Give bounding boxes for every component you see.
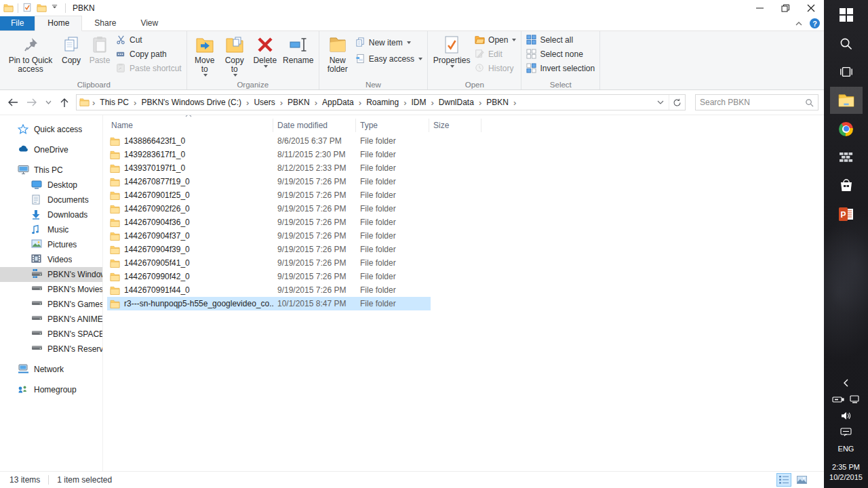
sidebar-item-homegroup[interactable]: Homegroup xyxy=(0,382,102,397)
sidebar-item-onedrive[interactable]: OneDrive xyxy=(0,142,102,157)
large-icons-view-button[interactable] xyxy=(794,473,809,487)
forward-button[interactable] xyxy=(24,95,39,110)
grid-app-taskbar-icon[interactable] xyxy=(830,144,863,171)
taskbar-search-button[interactable] xyxy=(830,30,863,57)
column-header-date-modified[interactable]: Date modified xyxy=(273,119,356,132)
sidebar-item-pbkn-s-reserved-j[interactable]: PBKN's Reserved (J: xyxy=(0,342,102,357)
search-icon[interactable] xyxy=(805,98,814,107)
restore-button[interactable] xyxy=(772,0,798,16)
file-row[interactable]: 1442670904f37_09/19/2015 7:26 PMFile fol… xyxy=(107,229,487,243)
refresh-button[interactable] xyxy=(669,95,685,110)
breadcrumb-item[interactable]: PBKN xyxy=(484,96,511,108)
breadcrumb-separator-icon[interactable]: › xyxy=(244,98,251,108)
qat-customize-dropdown[interactable] xyxy=(51,3,61,13)
tab-home[interactable]: Home xyxy=(35,16,82,31)
sidebar-item-pbkn-s-animes-f[interactable]: PBKN's ANIMES (F:) xyxy=(0,312,102,327)
new-folder-button[interactable]: New folder xyxy=(322,33,353,80)
breadcrumb-separator-icon[interactable]: › xyxy=(132,98,138,108)
show-hidden-icons-button[interactable] xyxy=(843,375,849,390)
invert-selection-button[interactable]: Invert selection xyxy=(526,62,595,75)
sidebar-item-pbkn-s-windows-dr[interactable]: PBKN's Windows Dr xyxy=(0,267,102,282)
column-header-type[interactable]: Type xyxy=(356,119,429,132)
battery-icon[interactable] xyxy=(832,392,844,407)
search-input[interactable]: Search PBKN xyxy=(695,94,818,110)
chrome-taskbar-icon[interactable] xyxy=(830,115,863,142)
rename-button[interactable]: Rename xyxy=(281,33,316,80)
file-row[interactable]: r3---sn-hunpoqp5-h55e_googlevideo_co...1… xyxy=(107,297,487,310)
file-row[interactable]: 1442670904f39_09/19/2015 7:26 PMFile fol… xyxy=(107,243,487,256)
qat-properties-button[interactable] xyxy=(22,3,33,13)
breadcrumb-item[interactable]: PBKN xyxy=(285,96,313,108)
breadcrumb-separator-icon[interactable]: › xyxy=(477,98,484,108)
file-row[interactable]: 1442670902f26_09/19/2015 7:26 PMFile fol… xyxy=(107,202,487,216)
breadcrumb-item[interactable]: Users xyxy=(251,96,277,108)
delete-button[interactable]: Delete xyxy=(250,33,281,80)
file-row[interactable]: 1442670901f25_09/19/2015 7:26 PMFile fol… xyxy=(107,188,487,202)
properties-button[interactable]: Properties xyxy=(431,33,473,80)
breadcrumb-separator-icon[interactable]: › xyxy=(429,98,436,108)
sidebar-item-desktop[interactable]: Desktop xyxy=(0,178,102,192)
column-header-size[interactable]: Size xyxy=(429,119,481,132)
sidebar-item-downloads[interactable]: Downloads xyxy=(0,207,102,222)
new-item-button[interactable]: New item xyxy=(355,37,422,49)
file-row[interactable]: 1439370197f1_08/12/2015 2:33 PMFile fold… xyxy=(107,161,487,175)
select-all-button[interactable]: Select all xyxy=(526,34,595,46)
paste-shortcut-button[interactable]: Paste shortcut xyxy=(116,62,182,75)
sidebar-item-videos[interactable]: Videos xyxy=(0,252,102,267)
file-explorer-taskbar-icon[interactable] xyxy=(830,87,863,114)
language-indicator[interactable]: ENG xyxy=(838,445,854,453)
back-button[interactable] xyxy=(5,95,20,110)
breadcrumb-separator-icon[interactable]: › xyxy=(401,98,408,108)
breadcrumb-item[interactable]: AppData xyxy=(319,96,357,108)
help-button[interactable]: ? xyxy=(810,18,820,28)
powerpoint-taskbar-icon[interactable]: P xyxy=(830,201,863,228)
minimize-button[interactable] xyxy=(747,0,772,16)
breadcrumb-item[interactable]: IDM xyxy=(409,96,429,108)
edit-button[interactable]: Edit xyxy=(475,48,516,60)
tab-view[interactable]: View xyxy=(128,16,170,30)
volume-icon[interactable] xyxy=(841,408,852,423)
touch-keyboard-icon[interactable] xyxy=(840,424,852,439)
file-row[interactable]: 1442670990f42_09/19/2015 7:26 PMFile fol… xyxy=(107,270,487,283)
address-bar[interactable]: › This PC›PBKN's Windows Drive (C:)›User… xyxy=(76,94,686,110)
breadcrumb-item[interactable]: PBKN's Windows Drive (C:) xyxy=(138,96,244,108)
pin-to-quick-access-button[interactable]: Pin to Quick access xyxy=(4,33,57,80)
clock[interactable]: 2:35 PM 10/2/2015 xyxy=(829,462,863,483)
copy-button[interactable]: Copy xyxy=(57,33,85,80)
breadcrumb-separator-icon[interactable]: › xyxy=(511,98,518,108)
sidebar-item-network[interactable]: Network xyxy=(0,362,102,377)
details-view-button[interactable] xyxy=(776,473,791,487)
sidebar-item-pbkn-s-movies-d[interactable]: PBKN's Movies (D:) xyxy=(0,282,102,297)
breadcrumb-item[interactable]: DwnlData xyxy=(436,96,477,108)
open-button[interactable]: Open xyxy=(475,34,516,46)
history-button[interactable]: History xyxy=(475,62,516,75)
store-taskbar-icon[interactable] xyxy=(830,172,863,199)
copy-to-button[interactable]: Copy to xyxy=(220,33,250,80)
breadcrumb-separator-icon[interactable]: › xyxy=(357,98,363,108)
file-row[interactable]: 1442670991f44_09/19/2015 7:26 PMFile fol… xyxy=(107,283,487,297)
file-row[interactable]: 1442670877f19_09/19/2015 7:26 PMFile fol… xyxy=(107,175,487,188)
file-row[interactable]: 1439283617f1_08/11/2015 2:30 PMFile fold… xyxy=(107,148,487,161)
close-button[interactable] xyxy=(798,0,824,16)
breadcrumb-item[interactable]: Roaming xyxy=(363,96,401,108)
sidebar-item-documents[interactable]: Documents xyxy=(0,192,102,207)
collapse-ribbon-button[interactable] xyxy=(795,21,803,26)
sidebar-item-pictures[interactable]: Pictures xyxy=(0,237,102,252)
file-row[interactable]: 1442670905f41_09/19/2015 7:26 PMFile fol… xyxy=(107,256,487,270)
tab-file[interactable]: File xyxy=(0,16,35,30)
sidebar-item-this-pc[interactable]: This PC xyxy=(0,163,102,178)
sidebar-item-pbkn-s-space-g[interactable]: PBKN's SPACE (G:) xyxy=(0,327,102,342)
paste-button[interactable]: Paste xyxy=(85,33,114,80)
recent-locations-dropdown[interactable] xyxy=(43,95,53,110)
breadcrumb-item[interactable]: This PC xyxy=(97,96,132,108)
cut-button[interactable]: Cut xyxy=(116,34,182,46)
file-row[interactable]: 1442670904f36_09/19/2015 7:26 PMFile fol… xyxy=(107,216,487,229)
move-to-button[interactable]: Move to xyxy=(190,33,220,80)
address-dropdown-button[interactable] xyxy=(652,95,669,110)
tab-share[interactable]: Share xyxy=(82,16,128,30)
file-row[interactable]: 1438866423f1_08/6/2015 6:37 PMFile folde… xyxy=(107,134,487,148)
breadcrumb-separator-icon[interactable]: › xyxy=(278,98,285,108)
start-button[interactable] xyxy=(830,1,863,28)
easy-access-button[interactable]: Easy access xyxy=(355,53,422,65)
breadcrumb-separator-icon[interactable]: › xyxy=(313,98,319,108)
